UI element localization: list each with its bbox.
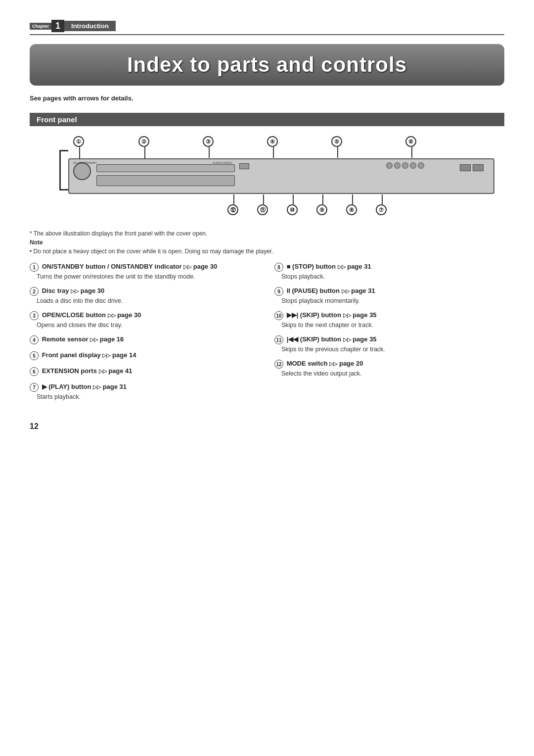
desc-title-5: 5 Front panel display ▷▷ page 14	[30, 351, 260, 360]
desc-item-2: 2 Disc tray ▷▷ page 30 Loads a disc into…	[30, 287, 260, 304]
chapter-title: Introduction	[64, 21, 116, 31]
num-circle-8: 8	[274, 263, 283, 272]
page-title: Index to parts and controls	[44, 53, 490, 77]
mode-switch-visual	[239, 163, 249, 169]
callout-9: ⑨	[316, 204, 327, 215]
mode-label: AUDIO/VIDEO	[213, 161, 232, 164]
line-7	[382, 194, 383, 204]
desc-title-2: 2 Disc tray ▷▷ page 30	[30, 287, 260, 296]
callout-1: ①	[73, 136, 84, 147]
desc-title-1: 1 ON/STANDBY button / ON/STANDBY indicat…	[30, 263, 260, 272]
desc-title-9: 9 II (PAUSE) button ▷▷ page 31	[274, 287, 504, 296]
desc-title-6: 6 EXTENSION ports ▷▷ page 41	[30, 367, 260, 376]
chapter-header: Chapter 1 Introduction	[30, 20, 504, 35]
desc-title-11: 11 |◀◀ (SKIP) button ▷▷ page 35	[274, 335, 504, 344]
subtitle: See pages with arrows for details.	[30, 94, 504, 102]
port-2	[473, 164, 484, 171]
desc-body-2: Loads a disc into the disc drive.	[37, 297, 260, 304]
desc-title-4: 4 Remote sensor ▷▷ page 16	[30, 335, 260, 344]
desc-item-5: 5 Front panel display ▷▷ page 14	[30, 351, 260, 360]
control-buttons	[386, 162, 424, 169]
desc-item-11: 11 |◀◀ (SKIP) button ▷▷ page 35 Skips to…	[274, 335, 504, 353]
btn-5	[418, 162, 424, 169]
line-1	[79, 147, 80, 159]
desc-body-8: Stops playback.	[281, 273, 504, 280]
desc-item-1: 1 ON/STANDBY button / ON/STANDBY indicat…	[30, 263, 260, 280]
callout-12: ⑫	[227, 204, 238, 215]
callout-4: ④	[267, 136, 278, 147]
desc-item-3: 3 OPEN/CLOSE button ▷▷ page 30 Opens and…	[30, 311, 260, 329]
desc-col-right: 8 ■ (STOP) button ▷▷ page 31 Stops playb…	[274, 263, 504, 407]
desc-item-12: 12 MODE switch ▷▷ page 20 Selects the vi…	[274, 360, 504, 377]
desc-body-10: Skips to the next chapter or track.	[281, 322, 504, 329]
descriptions: 1 ON/STANDBY button / ON/STANDBY indicat…	[30, 263, 504, 407]
desc-item-7: 7 ▶ (PLAY) button ▷▷ page 31 Starts play…	[30, 383, 260, 400]
desc-item-8: 8 ■ (STOP) button ▷▷ page 31 Stops playb…	[274, 263, 504, 280]
line-3	[209, 147, 210, 158]
desc-body-3: Opens and closes the disc tray.	[37, 322, 260, 329]
line-8	[352, 194, 353, 204]
device-label: I/O ON/STANDBY	[73, 161, 97, 164]
display-area	[96, 175, 235, 186]
callout-10: ⑩	[287, 204, 298, 215]
desc-item-10: 10 ▶▶| (SKIP) button ▷▷ page 35 Skips to…	[274, 311, 504, 329]
port-1	[460, 164, 471, 171]
num-circle-11: 11	[274, 335, 283, 344]
callout-7: ⑦	[376, 204, 387, 215]
btn-4	[410, 162, 416, 169]
num-circle-4: 4	[30, 335, 39, 344]
left-bracket	[59, 150, 68, 190]
num-circle-6: 6	[30, 367, 39, 376]
num-circle-7: 7	[30, 383, 39, 392]
callout-2: ②	[138, 136, 149, 147]
desc-col-left: 1 ON/STANDBY button / ON/STANDBY indicat…	[30, 263, 260, 407]
btn-3	[402, 162, 408, 169]
section-title: Front panel	[30, 113, 504, 126]
line-10	[293, 194, 294, 204]
desc-title-7: 7 ▶ (PLAY) button ▷▷ page 31	[30, 383, 260, 392]
note-body: • Do not place a heavy object on the cov…	[30, 248, 504, 255]
btn-1	[386, 162, 393, 169]
desc-item-9: 9 II (PAUSE) button ▷▷ page 31 Stops pla…	[274, 287, 504, 304]
callout-3: ③	[203, 136, 214, 147]
callout-5: ⑤	[331, 136, 342, 147]
line-5	[337, 147, 338, 158]
line-12	[233, 194, 234, 204]
chapter-number: 1	[51, 20, 64, 32]
front-panel-section: Front panel I/O ON/STANDBY AUDIO/VIDEO	[30, 113, 504, 255]
desc-body-7: Starts playback.	[37, 393, 260, 400]
line-2	[144, 147, 145, 159]
page-number: 12	[30, 422, 504, 431]
num-circle-10: 10	[274, 311, 283, 320]
panel-diagram: I/O ON/STANDBY AUDIO/VIDEO	[30, 131, 504, 225]
desc-title-8: 8 ■ (STOP) button ▷▷ page 31	[274, 263, 504, 272]
note-label: Note	[30, 239, 504, 246]
callout-8: ⑧	[346, 204, 357, 215]
desc-title-12: 12 MODE switch ▷▷ page 20	[274, 360, 504, 369]
note-asterisk: * The above illustration displays the fr…	[30, 230, 504, 237]
num-circle-9: 9	[274, 287, 283, 296]
num-circle-12: 12	[274, 360, 283, 369]
num-circle-1: 1	[30, 263, 39, 272]
callout-11: ⑪	[257, 204, 268, 215]
chapter-label: Chapter	[30, 23, 51, 30]
line-9	[322, 194, 323, 204]
extension-ports	[460, 164, 484, 171]
device-body: I/O ON/STANDBY AUDIO/VIDEO	[68, 158, 494, 194]
desc-title-10: 10 ▶▶| (SKIP) button ▷▷ page 35	[274, 311, 504, 320]
line-6	[411, 147, 412, 158]
standby-knob	[73, 162, 91, 180]
desc-body-1: Turns the power on/restores the unit to …	[37, 273, 260, 280]
btn-2	[394, 162, 400, 169]
main-title-box: Index to parts and controls	[30, 44, 504, 86]
desc-item-4: 4 Remote sensor ▷▷ page 16	[30, 335, 260, 344]
desc-item-6: 6 EXTENSION ports ▷▷ page 41	[30, 367, 260, 376]
desc-body-11: Skips to the previous chapter or track.	[281, 346, 504, 353]
disc-tray	[96, 164, 235, 172]
num-circle-3: 3	[30, 311, 39, 320]
desc-body-12: Selects the video output jack.	[281, 370, 504, 377]
line-4	[273, 147, 274, 158]
desc-body-9: Stops playback momentarily.	[281, 297, 504, 304]
num-circle-2: 2	[30, 287, 39, 296]
callout-6: ⑥	[405, 136, 416, 147]
